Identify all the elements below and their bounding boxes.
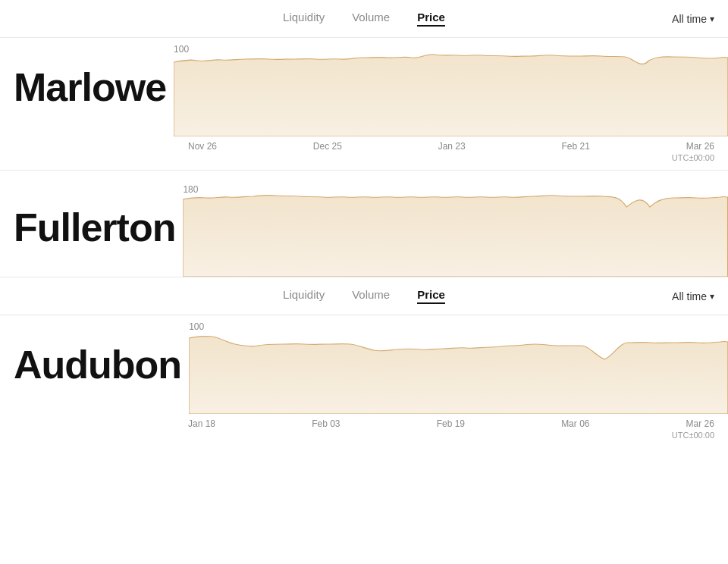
audubon-date-1: Feb 03	[312, 418, 340, 429]
tab-volume-audubon[interactable]: Volume	[352, 288, 390, 304]
tab-volume-marlowe[interactable]: Volume	[352, 11, 390, 27]
audubon-yaxis: 100	[189, 321, 204, 332]
audubon-date-4: Mar 26	[686, 418, 714, 429]
chevron-down-icon-audubon: ▾	[710, 291, 714, 302]
marlowe-utc-label: UTC±00:00	[0, 153, 728, 170]
marlowe-chart: 100	[174, 38, 728, 136]
all-time-dropdown-marlowe[interactable]: All time ▾	[672, 13, 714, 25]
tab-price-audubon[interactable]: Price	[417, 288, 445, 304]
audubon-name-label: Audubon	[14, 345, 181, 384]
tab-price-marlowe[interactable]: Price	[417, 11, 445, 27]
audubon-chart: 100	[189, 315, 728, 414]
fullerton-chart: 180	[183, 178, 728, 277]
marlowe-section: Liquidity Volume Price All time ▾ Marlow…	[0, 0, 728, 170]
audubon-utc-label: UTC±00:00	[0, 431, 728, 447]
marlowe-chart-svg	[174, 38, 728, 136]
audubon-date-0: Jan 18	[188, 418, 215, 429]
fullerton-section: Fullerton 180	[0, 171, 728, 277]
all-time-label-audubon: All time	[672, 290, 707, 302]
fullerton-chart-path	[183, 196, 728, 277]
audubon-chart-row: Audubon 100	[0, 315, 728, 414]
marlowe-name-label: Marlowe	[14, 67, 166, 107]
marlowe-chart-row: Marlowe 100	[0, 38, 728, 136]
marlowe-tab-bar: Liquidity Volume Price All time ▾	[0, 0, 728, 38]
all-time-label-marlowe: All time	[672, 13, 707, 25]
audubon-chart-svg	[189, 315, 728, 414]
audubon-chart-path	[189, 337, 728, 414]
marlowe-yaxis: 100	[174, 44, 189, 55]
fullerton-chart-row: Fullerton 180	[0, 171, 728, 277]
marlowe-date-4: Mar 26	[686, 141, 714, 152]
audubon-section: Liquidity Volume Price All time ▾ Audubo…	[0, 277, 728, 447]
audubon-date-axis: Jan 18 Feb 03 Feb 19 Mar 06 Mar 26	[0, 414, 728, 431]
fullerton-name-label: Fullerton	[14, 208, 175, 247]
marlowe-date-3: Feb 21	[561, 141, 589, 152]
marlowe-tabs: Liquidity Volume Price	[14, 11, 714, 27]
tab-liquidity-marlowe[interactable]: Liquidity	[283, 11, 325, 27]
all-time-dropdown-audubon[interactable]: All time ▾	[672, 290, 714, 302]
marlowe-date-2: Jan 23	[438, 141, 466, 152]
marlowe-date-1: Dec 25	[313, 141, 342, 152]
audubon-date-3: Mar 06	[561, 418, 589, 429]
marlowe-date-0: Nov 26	[188, 141, 217, 152]
tab-liquidity-audubon[interactable]: Liquidity	[283, 288, 325, 304]
fullerton-chart-svg	[183, 178, 728, 277]
audubon-tabs: Liquidity Volume Price	[14, 288, 714, 304]
fullerton-yaxis: 180	[183, 184, 198, 195]
audubon-tab-bar: Liquidity Volume Price All time ▾	[0, 277, 728, 315]
chevron-down-icon-marlowe: ▾	[710, 14, 714, 24]
audubon-date-2: Feb 19	[437, 418, 465, 429]
marlowe-date-axis: Nov 26 Dec 25 Jan 23 Feb 21 Mar 26	[0, 136, 728, 153]
marlowe-chart-path	[174, 55, 728, 136]
